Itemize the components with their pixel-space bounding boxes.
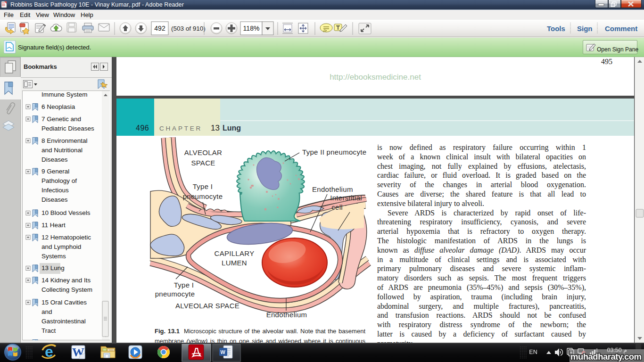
- svg-text:EN: EN: [529, 349, 537, 355]
- svg-text:Interstitial: Interstitial: [330, 194, 362, 202]
- svg-text:ALVEOLAR SPACE: ALVEOLAR SPACE: [175, 302, 239, 310]
- svg-text:Type I: Type I: [193, 182, 213, 190]
- svg-text:CAPILLARY: CAPILLARY: [215, 249, 255, 257]
- svg-text:ALVEOLAR: ALVEOLAR: [184, 148, 223, 156]
- svg-text:SPACE: SPACE: [191, 159, 215, 167]
- svg-text:muhadharaty.com: muhadharaty.com: [570, 352, 642, 362]
- svg-text:W: W: [221, 349, 226, 355]
- svg-text:Endothelium: Endothelium: [312, 185, 353, 193]
- svg-text:Type II pneumocyte: Type II pneumocyte: [302, 148, 366, 156]
- svg-text:Type I: Type I: [174, 281, 194, 289]
- svg-text:pneumocyte: pneumocyte: [183, 192, 223, 200]
- svg-text:(503 of 910): (503 of 910): [171, 25, 206, 32]
- svg-text:cell: cell: [331, 203, 343, 211]
- svg-text:Endothelium: Endothelium: [266, 311, 307, 319]
- svg-text:pneumocyte: pneumocyte: [155, 290, 195, 298]
- svg-text:118%: 118%: [243, 25, 260, 32]
- svg-text:492: 492: [154, 25, 165, 32]
- svg-text:LUMEN: LUMEN: [222, 259, 247, 267]
